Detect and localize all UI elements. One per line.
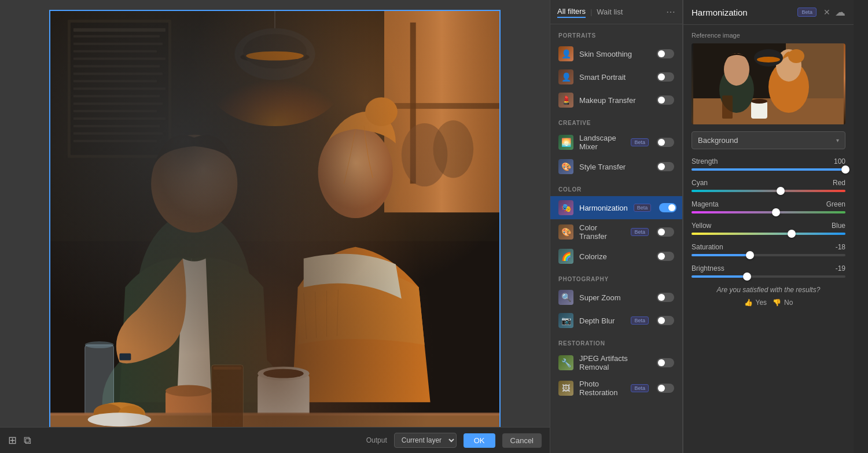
svg-rect-15 <box>73 110 157 112</box>
saturation-slider-track[interactable] <box>692 254 845 256</box>
compare-view-button[interactable]: ⊞ <box>8 434 17 447</box>
feedback-text: Are you satisfied with the results? <box>692 286 845 294</box>
cyan-label: Cyan <box>692 179 708 187</box>
magenta-green-slider-track[interactable] <box>692 211 845 213</box>
filter-item-makeup-transfer[interactable]: 💄 Makeup Transfer <box>550 89 682 112</box>
strength-slider-handle[interactable] <box>841 165 849 174</box>
super-zoom-toggle[interactable] <box>657 293 674 302</box>
svg-point-45 <box>263 369 304 378</box>
yellow-blue-slider-track[interactable] <box>692 233 845 235</box>
svg-point-46 <box>252 414 315 425</box>
brightness-slider-row: Brightness -19 <box>692 264 845 278</box>
svg-point-32 <box>102 333 286 443</box>
feedback-no-button[interactable]: 👎 No <box>773 299 793 307</box>
svg-point-42 <box>365 97 398 126</box>
svg-rect-4 <box>73 28 165 31</box>
svg-point-39 <box>165 385 212 396</box>
depth-blur-toggle[interactable] <box>657 316 674 325</box>
svg-rect-8 <box>73 57 165 60</box>
brightness-slider-handle[interactable] <box>743 272 751 281</box>
filter-item-landscape-mixer[interactable]: 🌅 Landscape Mixer Beta <box>550 130 682 155</box>
svg-point-49 <box>94 402 146 425</box>
filters-panel: All filters | Wait list ⋯ PORTRAITS 👤 Sk… <box>550 0 683 453</box>
strength-slider-track[interactable] <box>692 168 845 171</box>
smart-portrait-label: Smart Portrait <box>579 73 651 82</box>
tab-wait-list[interactable]: Wait list <box>597 6 623 17</box>
layers-button[interactable]: ⧉ <box>24 434 31 447</box>
svg-point-22 <box>240 51 309 62</box>
filter-item-smart-portrait[interactable]: 👤 Smart Portrait <box>550 65 682 89</box>
style-transfer-icon: 🎨 <box>558 159 573 174</box>
svg-rect-36 <box>85 344 114 419</box>
filter-item-style-transfer[interactable]: 🎨 Style Transfer <box>550 155 682 178</box>
svg-point-34 <box>151 134 237 232</box>
colorize-label: Colorize <box>579 252 651 261</box>
tab-all-filters[interactable]: All filters <box>557 6 586 18</box>
filter-item-jpeg-removal[interactable]: 🔧 JPEG Artifacts Removal <box>550 350 682 375</box>
canvas-image-wrapper <box>49 10 501 444</box>
style-transfer-toggle[interactable] <box>657 162 674 171</box>
layer-dropdown[interactable]: Background ▾ <box>692 131 845 149</box>
photo-restoration-toggle[interactable] <box>657 384 674 393</box>
filter-item-color-transfer[interactable]: 🎨 Color Transfer Beta <box>550 219 682 245</box>
section-color: COLOR <box>550 178 682 196</box>
filter-item-colorize[interactable]: 🌈 Colorize <box>550 245 682 268</box>
brightness-slider-track[interactable] <box>692 275 845 278</box>
color-transfer-badge: Beta <box>631 228 649 236</box>
colorize-toggle[interactable] <box>657 252 674 261</box>
svg-rect-54 <box>214 366 242 369</box>
cyan-red-slider-handle[interactable] <box>777 187 785 195</box>
saturation-slider-handle[interactable] <box>746 251 754 259</box>
landscape-mixer-icon: 🌅 <box>558 135 573 150</box>
svg-point-30 <box>402 123 448 186</box>
filter-item-photo-restoration[interactable]: 🖼 Photo Restoration Beta <box>550 375 682 401</box>
cyan-red-slider-track[interactable] <box>692 190 845 192</box>
svg-rect-27 <box>384 11 499 212</box>
settings-body: Reference image <box>683 25 854 453</box>
svg-point-21 <box>234 28 315 80</box>
smart-portrait-toggle[interactable] <box>657 72 674 82</box>
output-label: Output <box>366 436 387 444</box>
red-label: Red <box>833 179 845 187</box>
jpeg-removal-toggle[interactable] <box>657 358 674 367</box>
svg-point-31 <box>433 120 474 177</box>
tab-separator: | <box>590 8 592 16</box>
cancel-button[interactable]: Cancel <box>502 433 542 448</box>
color-transfer-toggle[interactable] <box>657 227 674 237</box>
svg-rect-16 <box>73 117 165 120</box>
filters-body: PORTRAITS 👤 Skin Smoothing 👤 Smart Portr… <box>550 24 682 453</box>
feedback-yes-button[interactable]: 👍 Yes <box>744 299 767 307</box>
svg-point-33 <box>137 212 252 385</box>
filter-item-harmonization[interactable]: 🎭 Harmonization Beta <box>550 196 682 219</box>
filter-item-skin-smoothing[interactable]: 👤 Skin Smoothing <box>550 42 682 65</box>
section-restoration: RESTORATION <box>550 332 682 350</box>
magenta-green-slider-handle[interactable] <box>772 208 780 216</box>
svg-point-60 <box>724 53 749 86</box>
colorize-icon: 🌈 <box>558 249 573 264</box>
saturation-slider-row: Saturation -18 <box>692 243 845 256</box>
filters-more-button[interactable]: ⋯ <box>666 6 675 17</box>
settings-close-button[interactable]: ✕ <box>823 8 830 17</box>
color-transfer-icon: 🎨 <box>558 224 573 240</box>
svg-rect-11 <box>73 80 157 82</box>
svg-rect-5 <box>73 35 160 37</box>
settings-cloud-button[interactable]: ☁ <box>835 6 845 19</box>
makeup-transfer-label: Makeup Transfer <box>579 96 651 105</box>
landscape-mixer-toggle[interactable] <box>657 138 674 147</box>
svg-rect-17 <box>73 124 160 127</box>
saturation-label: Saturation <box>692 243 723 251</box>
skin-smoothing-toggle[interactable] <box>657 49 674 58</box>
yellow-blue-slider-handle[interactable] <box>788 230 796 238</box>
harmonization-badge: Beta <box>634 204 652 212</box>
svg-point-51 <box>118 406 144 422</box>
harmonization-toggle[interactable] <box>659 203 676 212</box>
svg-point-24 <box>246 51 303 60</box>
skin-smoothing-label: Skin Smoothing <box>579 50 651 58</box>
jpeg-removal-label: JPEG Artifacts Removal <box>579 354 651 371</box>
filter-item-super-zoom[interactable]: 🔍 Super Zoom <box>550 286 682 309</box>
reference-image <box>692 43 845 124</box>
filter-item-depth-blur[interactable]: 📷 Depth Blur Beta <box>550 309 682 332</box>
layer-select[interactable]: Current layer <box>394 433 457 448</box>
makeup-transfer-toggle[interactable] <box>657 95 674 105</box>
ok-button[interactable]: OK <box>464 433 495 448</box>
